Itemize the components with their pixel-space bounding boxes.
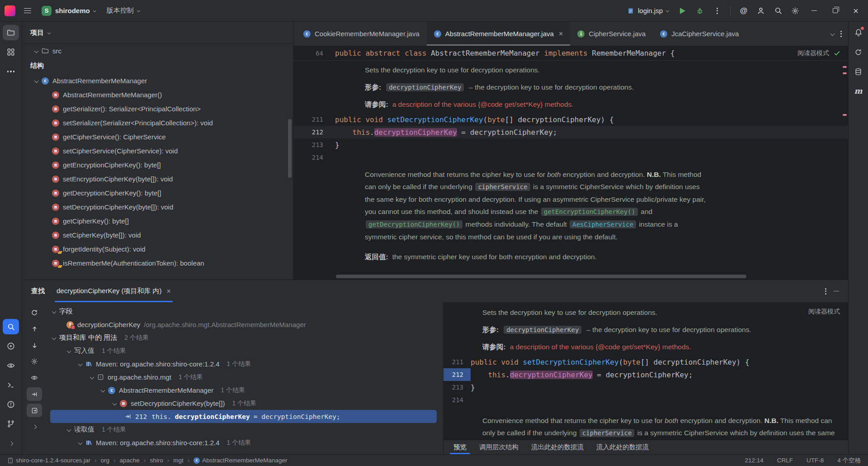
code-line-selected[interactable]: 212 this.decryptionCipherKey = decryptio… [443,368,848,381]
tool-problems-button[interactable] [3,397,19,412]
structure-member[interactable]: m isRememberMe(AuthenticationToken): boo… [22,256,293,270]
tool-git-button[interactable] [3,416,19,432]
error-stripe-mark[interactable] [843,66,847,68]
main-menu-button[interactable] [20,3,35,19]
tab-cipherservice[interactable]: i CipherService.java [570,22,653,46]
stripe-more-button[interactable] [3,436,19,451]
close-button[interactable]: × [846,3,865,19]
run-button[interactable] [675,3,690,19]
tab-abstractremembermemanager[interactable]: c AbstractRememberMeManager.java × [427,22,570,46]
debug-button[interactable] [692,3,708,19]
notifications-button[interactable] [850,25,867,40]
horizontal-scrollbar[interactable] [336,275,746,278]
open-in-editor-button[interactable] [27,404,42,417]
structure-root[interactable]: c AbstractRememberMeManager [22,74,293,88]
hidden-tabs-chevron-icon[interactable] [830,32,835,36]
code-with-me-button[interactable] [753,3,769,19]
structure-member[interactable]: m forgetIdentity(Subject): void [22,242,293,256]
inspections-ok-icon[interactable] [833,49,841,57]
structure-member[interactable]: m getDecryptionCipherKey(): byte[] [22,186,293,200]
code-line[interactable]: 214 [443,394,848,406]
code-line[interactable]: 213 } [443,381,848,394]
group-write-values[interactable]: 写入值 1 个结果 [47,344,443,357]
structure-member[interactable]: m getEncryptionCipherKey(): byte[] [22,158,293,172]
breadcrumb[interactable]: shiro [150,457,163,464]
structure-member[interactable]: m setEncryptionCipherKey(byte[]): void [22,172,293,186]
see-text[interactable]: a description of the various {@code get/… [392,100,574,109]
editor-body[interactable]: Sets the decryption key to use for decry… [293,61,848,280]
structure-member[interactable]: m setSerializer(Serializer<PrincipalColl… [22,116,293,130]
library-node[interactable]: Maven: org.apache.shiro:shiro-core:1.2.4… [47,436,443,449]
structure-scrollbar[interactable] [288,119,292,178]
group-usages[interactable]: 项目和库 中的 用法 2 个结果 [47,331,443,344]
tab-jcacipherservice[interactable]: c JcaCipherService.java [653,22,746,46]
settings-button[interactable] [788,3,803,19]
tool-run-button[interactable] [3,338,19,354]
indent-widget[interactable]: 4 个空格 [837,456,861,465]
group-read-values[interactable]: 读取值 1 个结果 [47,423,443,436]
more-tools-button[interactable] [3,64,19,79]
tool-services-button[interactable] [3,358,19,373]
code-line[interactable]: 213 } [293,138,848,151]
search-everywhere-button[interactable] [770,3,786,19]
tab-dataflow-from-here[interactable]: 流出此处的数据流 [525,440,590,454]
tab-cookieremembermemanager[interactable]: c CookieRememberMeManager.java [296,22,427,46]
tool-structure-button[interactable] [3,44,19,60]
find-results-tab[interactable]: decryptionCipherKey (项目和库 内) × [55,280,173,302]
tab-dataflow-to-here[interactable]: 流入此处的数据流 [590,440,655,454]
tab-call-hierarchy[interactable]: 调用层次结构 [473,440,525,454]
package-node[interactable]: org.apache.shiro.mgt 1 个结果 [47,371,443,384]
tool-terminal-button[interactable] [3,377,19,393]
code-line[interactable]: 214 [293,151,848,164]
breadcrumb[interactable]: shiro-core-1.2.4-sources.jar [16,457,90,464]
reader-mode-label[interactable]: 阅读器模式 [808,308,840,316]
breadcrumb[interactable]: org [101,457,110,464]
close-tab-icon[interactable]: × [167,288,171,295]
structure-member[interactable]: m getSerializer(): Serializer<PrincipalC… [22,102,293,116]
database-button[interactable] [850,64,867,79]
breadcrumb[interactable]: AbstractRememberMeManager [202,457,287,464]
breadcrumb[interactable]: mgt [173,457,184,464]
project-panel-header[interactable]: 项目 [22,22,293,44]
usage-line-selected[interactable]: 212 this.decryptionCipherKey = decryptio… [50,410,437,423]
see-text[interactable]: a description of the various {@code get/… [510,343,691,351]
rerun-search-button[interactable] [27,306,42,319]
previous-occurrence-button[interactable] [27,322,42,336]
preview-editor[interactable]: 阅读器模式 Sets the decryption key to use for… [443,302,848,440]
toolbar-more-button[interactable] [27,420,42,433]
structure-member[interactable]: m getCipherService(): CipherService [22,130,293,144]
hide-tool-window-icon[interactable] [834,291,839,292]
code-line-current[interactable]: 212 this.decryptionCipherKey = decryptio… [293,126,848,138]
structure-member[interactable]: m AbstractRememberMeManager() [22,88,293,102]
search-settings-button[interactable] [27,355,42,368]
minimize-button[interactable] [805,3,824,19]
tool-find-button[interactable] [3,319,19,334]
navigate-with-single-click-button[interactable] [27,387,42,401]
field-declaration-item[interactable]: f decryptionCipherKey /org.apache.shiro.… [47,318,443,331]
structure-member[interactable]: m setCipherService(CipherService): void [22,144,293,158]
close-tab-icon[interactable]: × [559,30,563,38]
structure-member[interactable]: m setCipherKey(byte[]): void [22,228,293,242]
error-stripe-mark[interactable] [843,114,847,116]
sync-button[interactable] [850,44,867,60]
structure-member[interactable]: m setDecryptionCipherKey(byte[]): void [22,200,293,214]
error-stripe-mark[interactable] [843,72,847,74]
class-node[interactable]: c AbstractRememberMeManager 1 个结果 [47,384,443,397]
project-selector[interactable]: S shirodemo [37,3,100,19]
restore-button[interactable] [826,3,844,19]
maven-button[interactable]: m [850,83,867,99]
breadcrumb[interactable]: apache [120,457,140,464]
run-configuration-selector[interactable]: login.jsp [623,3,673,19]
reader-mode-label[interactable]: 阅读器模式 [797,49,829,57]
tab-preview[interactable]: 预览 [447,440,473,454]
group-fields[interactable]: 字段 [47,305,443,318]
tool-project-button[interactable] [3,25,19,40]
tool-window-options-kebab-icon[interactable] [825,288,826,295]
library-node[interactable]: Maven: org.apache.shiro:shiro-core:1.2.4… [47,357,443,371]
code-line[interactable]: 211 public void setDecryptionCipherKey(b… [443,356,848,368]
encoding-widget[interactable]: UTF-8 [807,457,824,464]
method-node[interactable]: m setDecryptionCipherKey(byte[]) 1 个结果 [47,397,443,410]
line-separator-widget[interactable]: CRLF [777,457,793,464]
run-more-button[interactable] [709,3,725,19]
next-occurrence-button[interactable] [27,338,42,352]
